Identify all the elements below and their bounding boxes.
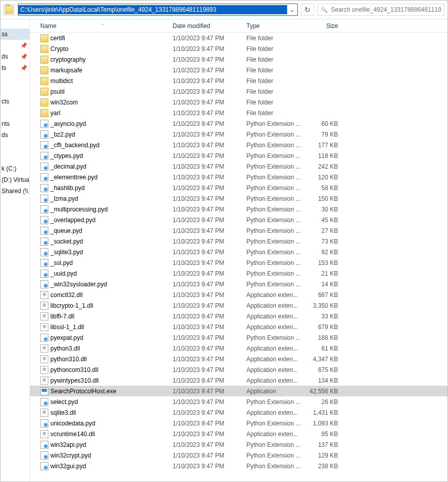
cell-name: _sqlite3.pyd: [40, 248, 173, 256]
refresh-button[interactable]: [301, 4, 314, 16]
table-row[interactable]: yarl1/10/2023 9:47 PMFile folder: [30, 108, 447, 118]
table-row[interactable]: pywintypes310.dll1/10/2023 9:47 PMApplic…: [30, 375, 447, 386]
sidebar-item[interactable]: nts: [1, 118, 30, 129]
table-row[interactable]: vcruntime140.dll1/10/2023 9:47 PMApplica…: [30, 429, 447, 439]
table-row[interactable]: win32com1/10/2023 9:47 PMFile folder: [30, 97, 447, 108]
sidebar-item[interactable]: cts: [1, 96, 30, 107]
sidebar-item[interactable]: [1, 85, 30, 96]
cell-type: Python Extension ...: [246, 131, 306, 138]
table-row[interactable]: multidict1/10/2023 9:47 PMFile folder: [30, 75, 447, 86]
sidebar-item[interactable]: 📌: [1, 40, 30, 51]
file-rows[interactable]: certifi1/10/2023 9:47 PMFile folderCrypt…: [30, 33, 447, 481]
table-row[interactable]: _bz2.pyd1/10/2023 9:47 PMPython Extensio…: [30, 129, 447, 140]
table-row[interactable]: libssl-1_1.dll1/10/2023 9:47 PMApplicati…: [30, 322, 447, 332]
table-row[interactable]: _elementtree.pyd1/10/2023 9:47 PMPython …: [30, 172, 447, 182]
column-type[interactable]: Type: [246, 22, 306, 30]
sidebar-item[interactable]: ds📌: [1, 51, 30, 62]
table-row[interactable]: _sqlite3.pyd1/10/2023 9:47 PMPython Exte…: [30, 247, 447, 257]
table-row[interactable]: _hashlib.pyd1/10/2023 9:47 PMPython Exte…: [30, 182, 447, 193]
table-row[interactable]: comctl32.dll1/10/2023 9:47 PMApplication…: [30, 289, 447, 300]
cell-size: 118 KB: [306, 152, 338, 159]
sidebar-item[interactable]: ss: [1, 29, 30, 40]
table-row[interactable]: win32crypt.pyd1/10/2023 9:47 PMPython Ex…: [30, 450, 447, 461]
cell-type: Application exten...: [246, 313, 306, 320]
table-row[interactable]: libffi-7.dll1/10/2023 9:47 PMApplication…: [30, 311, 447, 322]
cell-name: libssl-1_1.dll: [40, 323, 173, 331]
sidebar-item[interactable]: [1, 141, 30, 152]
column-headers: Name ˄ Date modified Type Size: [30, 19, 447, 33]
table-row[interactable]: win32gui.pyd1/10/2023 9:47 PMPython Exte…: [30, 461, 447, 471]
cell-type: Application exten...: [246, 324, 306, 331]
table-row[interactable]: _cffi_backend.pyd1/10/2023 9:47 PMPython…: [30, 140, 447, 150]
exe-icon: [40, 387, 48, 395]
cell-name: _ssl.pyd: [40, 259, 173, 267]
table-row[interactable]: markupsafe1/10/2023 9:47 PMFile folder: [30, 65, 447, 75]
sidebar-item[interactable]: [1, 73, 30, 85]
table-row[interactable]: _decimal.pyd1/10/2023 9:47 PMPython Exte…: [30, 161, 447, 172]
table-row[interactable]: _win32sysloader.pyd1/10/2023 9:47 PMPyth…: [30, 279, 447, 289]
table-row[interactable]: _ctypes.pyd1/10/2023 9:47 PMPython Exten…: [30, 150, 447, 161]
column-date[interactable]: Date modified: [173, 22, 246, 30]
file-name: markupsafe: [50, 67, 82, 74]
table-row[interactable]: cryptography1/10/2023 9:47 PMFile folder: [30, 54, 447, 65]
sidebar-item[interactable]: (D:) Virtua: [1, 174, 30, 185]
address-input[interactable]: [18, 5, 287, 14]
cell-date: 1/10/2023 9:47 PM: [173, 238, 246, 245]
table-row[interactable]: libcrypto-1_1.dll1/10/2023 9:47 PMApplic…: [30, 300, 447, 311]
table-row[interactable]: pyexpat.pyd1/10/2023 9:47 PMPython Exten…: [30, 332, 447, 343]
search-box[interactable]: [317, 4, 444, 16]
column-name[interactable]: Name ˄: [40, 22, 173, 30]
sidebar-item-label: cts: [2, 98, 9, 105]
table-row[interactable]: _asyncio.pyd1/10/2023 9:47 PMPython Exte…: [30, 118, 447, 129]
sidebar-item[interactable]: ts📌: [1, 62, 30, 73]
cell-name: win32api.pyd: [40, 441, 173, 449]
table-row[interactable]: certifi1/10/2023 9:47 PMFile folder: [30, 33, 447, 43]
sidebar-item[interactable]: k (C:): [1, 163, 30, 174]
sidebar-item[interactable]: ds: [1, 129, 30, 141]
table-row[interactable]: pythoncom310.dll1/10/2023 9:47 PMApplica…: [30, 364, 447, 375]
cell-date: 1/10/2023 9:47 PM: [173, 131, 246, 138]
table-row[interactable]: psutil1/10/2023 9:47 PMFile folder: [30, 86, 447, 97]
cell-type: Python Extension ...: [246, 152, 306, 159]
cell-date: 1/10/2023 9:47 PM: [173, 259, 246, 266]
cell-size: 21 KB: [306, 270, 338, 277]
table-row[interactable]: SearchProtocolHost.exe1/10/2023 9:47 PMA…: [30, 386, 447, 396]
table-row[interactable]: _overlapped.pyd1/10/2023 9:47 PMPython E…: [30, 215, 447, 225]
cell-date: 1/10/2023 9:47 PM: [173, 67, 246, 74]
table-row[interactable]: _queue.pyd1/10/2023 9:47 PMPython Extens…: [30, 225, 447, 236]
column-size[interactable]: Size: [306, 22, 338, 30]
address-bar[interactable]: [18, 4, 298, 16]
pyd-icon: [40, 216, 48, 224]
cell-type: Python Extension ...: [246, 249, 306, 256]
chevron-down-icon[interactable]: [287, 6, 297, 13]
table-row[interactable]: _socket.pyd1/10/2023 9:47 PMPython Exten…: [30, 236, 447, 247]
cell-type: Python Extension ...: [246, 163, 306, 170]
table-row[interactable]: python3.dll1/10/2023 9:47 PMApplication …: [30, 343, 447, 354]
table-row[interactable]: unicodedata.pyd1/10/2023 9:47 PMPython E…: [30, 418, 447, 429]
table-row[interactable]: _lzma.pyd1/10/2023 9:47 PMPython Extensi…: [30, 193, 447, 204]
table-row[interactable]: win32api.pyd1/10/2023 9:47 PMPython Exte…: [30, 439, 447, 450]
folder-icon: [40, 66, 48, 74]
table-row[interactable]: _multiprocessing.pyd1/10/2023 9:47 PMPyt…: [30, 204, 447, 215]
cell-type: Python Extension ...: [246, 463, 306, 470]
cell-name: yarl: [40, 109, 173, 117]
current-folder-icon[interactable]: [4, 4, 15, 15]
table-row[interactable]: _uuid.pyd1/10/2023 9:47 PMPython Extensi…: [30, 268, 447, 279]
dll-icon: [40, 291, 48, 299]
table-row[interactable]: select.pyd1/10/2023 9:47 PMPython Extens…: [30, 396, 447, 407]
file-name: libcrypto-1_1.dll: [50, 302, 93, 309]
table-row[interactable]: Crypto1/10/2023 9:47 PMFile folder: [30, 43, 447, 54]
cell-size: 42,556 KB: [306, 388, 338, 395]
table-row[interactable]: _ssl.pyd1/10/2023 9:47 PMPython Extensio…: [30, 257, 447, 268]
cell-date: 1/10/2023 9:47 PM: [173, 217, 246, 224]
search-input[interactable]: [331, 6, 441, 13]
sidebar-item[interactable]: Shared (\\: [1, 185, 30, 197]
sidebar-item[interactable]: [1, 152, 30, 163]
sidebar-item[interactable]: [1, 107, 30, 118]
cell-type: Python Extension ...: [246, 227, 306, 234]
table-row[interactable]: python310.dll1/10/2023 9:47 PMApplicatio…: [30, 354, 447, 364]
dll-icon: [40, 409, 48, 417]
cell-type: Python Extension ...: [246, 238, 306, 245]
file-name: win32com: [50, 99, 78, 106]
table-row[interactable]: sqlite3.dll1/10/2023 9:47 PMApplication …: [30, 407, 447, 418]
